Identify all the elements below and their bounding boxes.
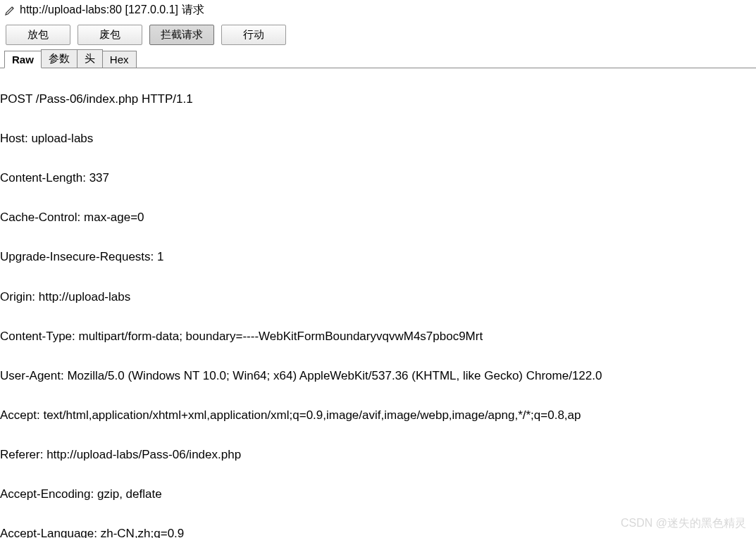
tab-raw[interactable]: Raw (4, 51, 42, 68)
request-body[interactable]: POST /Pass-06/index.php HTTP/1.1 Host: u… (0, 68, 756, 538)
action-button[interactable]: 行动 (221, 25, 286, 45)
header-origin: Origin: http://upload-labs (0, 287, 756, 307)
tab-bar: Raw 参数 头 Hex (0, 49, 756, 68)
tab-params[interactable]: 参数 (41, 49, 78, 68)
pencil-icon (4, 5, 16, 16)
request-line: POST /Pass-06/index.php HTTP/1.1 (0, 89, 756, 109)
request-header: http://upload-labs:80 [127.0.0.1] 请求 (0, 0, 756, 20)
request-url: http://upload-labs:80 [127.0.0.1] 请求 (20, 3, 204, 18)
header-content-type: Content-Type: multipart/form-data; bound… (0, 327, 756, 346)
toolbar: 放包 废包 拦截请求 行动 (0, 20, 756, 49)
header-content-length: Content-Length: 337 (0, 168, 756, 188)
header-accept-language: Accept-Language: zh-CN,zh;q=0.9 (0, 524, 756, 538)
header-upgrade-insecure: Upgrade-Insecure-Requests: 1 (0, 247, 756, 267)
drop-button[interactable]: 废包 (78, 25, 142, 45)
header-referer: Referer: http://upload-labs/Pass-06/inde… (0, 445, 756, 465)
header-accept-encoding: Accept-Encoding: gzip, deflate (0, 484, 756, 504)
tab-headers[interactable]: 头 (77, 49, 103, 68)
intercept-button[interactable]: 拦截请求 (149, 25, 214, 45)
header-cache-control: Cache-Control: max-age=0 (0, 208, 756, 227)
tab-hex[interactable]: Hex (102, 51, 137, 68)
header-accept: Accept: text/html,application/xhtml+xml,… (0, 406, 756, 425)
forward-button[interactable]: 放包 (6, 25, 70, 45)
header-user-agent: User-Agent: Mozilla/5.0 (Windows NT 10.0… (0, 366, 756, 386)
header-host: Host: upload-labs (0, 129, 756, 149)
